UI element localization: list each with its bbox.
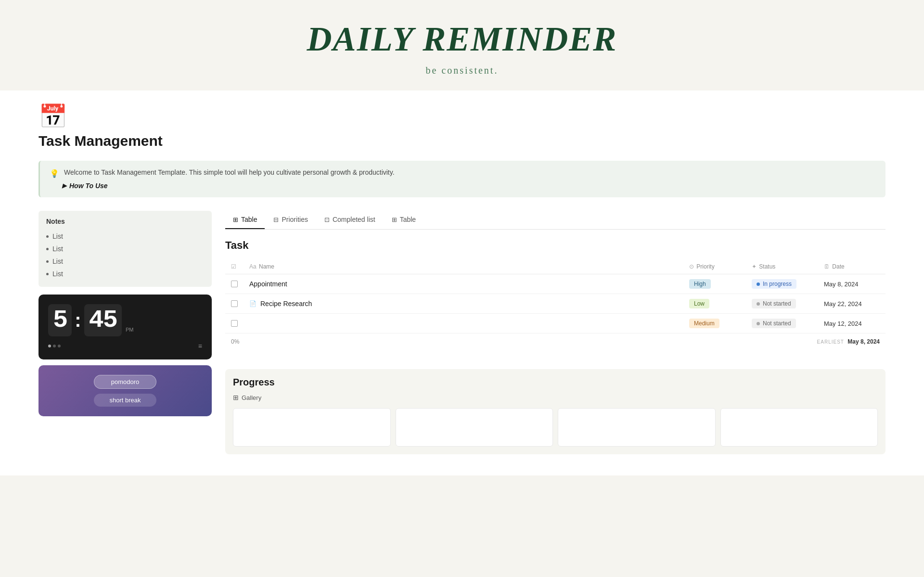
priority-badge: Low (689, 299, 709, 308)
status-badge: In progress (752, 279, 796, 289)
th-status-label: Status (759, 263, 775, 270)
clock-menu-icon[interactable]: ≡ (198, 342, 202, 350)
th-name-label: Name (259, 263, 274, 270)
clock-dot (48, 345, 51, 347)
list-item-text: List (52, 232, 63, 240)
list-item: List (46, 255, 204, 268)
th-check: ☑ (225, 259, 244, 274)
checkbox-wrap (231, 300, 238, 307)
earliest-label: EARLIEST (817, 339, 844, 345)
task-name-text: Recipe Research (260, 300, 312, 308)
th-name: Aa Name (244, 259, 683, 274)
bullet-icon (46, 248, 49, 250)
tab-completed-label: Completed list (333, 216, 375, 223)
task-checkbox[interactable] (231, 281, 238, 287)
notes-panel: Notes List List List List (38, 211, 212, 287)
table-footer: 0% EARLIEST May 8, 2024 (225, 333, 886, 350)
tab-priorities-label: Priorities (282, 216, 308, 223)
info-text: Welcome to Task Management Template. Thi… (64, 168, 395, 176)
clock-widget: 5 : 45 PM ≡ (38, 295, 212, 359)
gallery-label-text: Gallery (242, 394, 261, 401)
task-section: Task ☑ Aa Name ⊙ (225, 230, 886, 359)
clock-controls: ≡ (48, 342, 202, 350)
page-title: Task Management (38, 133, 886, 149)
pomodoro-widget: pomodoro short break (38, 365, 212, 416)
gallery-card (233, 408, 391, 447)
task-checkbox[interactable] (231, 300, 238, 307)
status-text: Not started (763, 300, 791, 307)
row-priority-cell: Low (683, 294, 746, 314)
list-item-text: List (52, 270, 63, 278)
info-box: 💡 Welcome to Task Management Template. T… (38, 161, 886, 197)
clock-minute: 45 (84, 304, 122, 336)
table-row: Appointment High In progress (225, 274, 886, 294)
tab-priorities[interactable]: ⊟ Priorities (266, 211, 315, 229)
clock-hour: 5 (48, 304, 72, 336)
row-status-cell: Not started (746, 314, 818, 333)
status-badge: Not started (752, 319, 796, 328)
table-header-row: ☑ Aa Name ⊙ Priority ✦ (225, 259, 886, 274)
priority-badge: High (689, 279, 711, 289)
tab-table-1[interactable]: ⊞ Table (225, 211, 265, 229)
checkbox-wrap (231, 281, 238, 287)
two-col-layout: Notes List List List List (38, 211, 886, 454)
tab-table-1-label: Table (241, 216, 257, 223)
task-name: 📄 Recipe Research (249, 300, 678, 308)
list-item-text: List (52, 257, 63, 265)
task-table: ☑ Aa Name ⊙ Priority ✦ (225, 259, 886, 333)
gallery-card (396, 408, 553, 447)
header-title: DAILY REMINDER (10, 19, 914, 59)
bullet-icon (46, 273, 49, 275)
task-date: May 8, 2024 (824, 281, 859, 288)
status-header-icon: ✦ (752, 263, 757, 270)
checkbox-wrap (231, 320, 238, 327)
how-to-use-label: How To Use (69, 182, 108, 190)
th-priority: ⊙ Priority (683, 259, 746, 274)
notes-title: Notes (46, 218, 204, 225)
gallery-card (720, 408, 878, 447)
main-content: 📅 Task Management 💡 Welcome to Task Mana… (0, 90, 924, 475)
how-to-use-toggle[interactable]: ▶ How To Use (62, 182, 876, 190)
check-header-icon: ☑ (231, 263, 236, 270)
header-subtitle: be consistent. (10, 65, 914, 76)
task-checkbox[interactable] (231, 320, 238, 327)
task-date: May 22, 2024 (824, 300, 862, 308)
table2-icon: ⊞ (392, 216, 397, 223)
task-date: May 12, 2024 (824, 320, 862, 327)
row-name-cell: Appointment (244, 274, 683, 294)
row-date-cell: May 22, 2024 (818, 294, 886, 314)
status-dot (757, 282, 760, 286)
th-priority-label: Priority (696, 263, 714, 270)
row-status-cell: Not started (746, 294, 818, 314)
status-text: Not started (763, 320, 791, 327)
clock-colon: : (75, 309, 81, 331)
arrow-icon: ▶ (62, 182, 66, 189)
tab-completed-list[interactable]: ⊡ Completed list (317, 211, 383, 229)
table-row: 📄 Recipe Research Low Not started (225, 294, 886, 314)
row-date-cell: May 12, 2024 (818, 314, 886, 333)
status-text: In progress (763, 281, 792, 287)
tab-table-2[interactable]: ⊞ Table (384, 211, 424, 229)
list-item: List (46, 268, 204, 280)
row-status-cell: In progress (746, 274, 818, 294)
sidebar: Notes List List List List (38, 211, 212, 416)
progress-title: Progress (233, 377, 878, 388)
file-icon: 📄 (249, 300, 257, 307)
pomodoro-button[interactable]: pomodoro (94, 375, 156, 389)
row-name-cell: 📄 Recipe Research (244, 294, 683, 314)
completed-icon: ⊡ (324, 216, 330, 223)
th-status: ✦ Status (746, 259, 818, 274)
page-header: DAILY REMINDER be consistent. (0, 0, 924, 90)
gallery-card (558, 408, 716, 447)
earliest-date: May 8, 2024 (847, 338, 880, 345)
short-break-button[interactable]: short break (94, 394, 156, 407)
date-header-icon: 🗓 (824, 263, 830, 270)
row-priority-cell: Medium (683, 314, 746, 333)
list-item: List (46, 243, 204, 255)
calendar-icon: 📅 (38, 105, 886, 128)
info-box-content: 💡 Welcome to Task Management Template. T… (50, 168, 876, 178)
clock-display: 5 : 45 PM (48, 304, 202, 336)
clock-dot (58, 345, 61, 347)
progress-section: Progress ⊞ Gallery (225, 369, 886, 454)
bullet-icon (46, 260, 49, 263)
